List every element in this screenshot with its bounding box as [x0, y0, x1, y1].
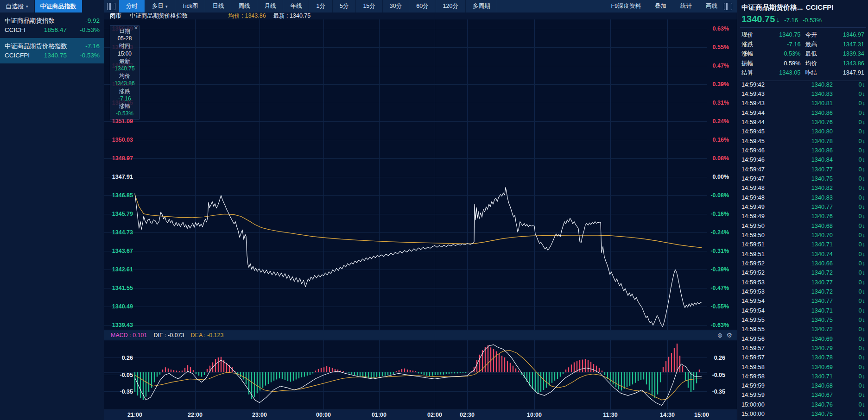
layout-icon[interactable] — [107, 3, 115, 10]
tick-price: 1340.75 — [772, 175, 849, 182]
tick-price: 1340.68 — [772, 222, 849, 229]
watchlist-item-line2: CCICFI1856.47-0.53% — [5, 25, 100, 35]
tab-120分[interactable]: 120分 — [436, 0, 466, 13]
tick-volume: 0↓ — [849, 175, 865, 182]
watchlist-item[interactable]: 中证商品期货价格指数-7.16CCICFPI1340.75-0.53% — [0, 38, 104, 63]
tick-time: 14:59:59 — [741, 391, 772, 398]
tab-1分[interactable]: 1分 — [309, 0, 332, 13]
tick-volume-value: 0 — [858, 326, 862, 332]
price-axis-label: 1339.43 — [112, 322, 133, 328]
tick-time: 14:59:52 — [741, 260, 772, 267]
tab-Tick图[interactable]: Tick图 — [175, 0, 206, 13]
close-icon[interactable]: ⊗ — [717, 332, 723, 339]
tab-label: Tick图 — [182, 2, 198, 10]
tick-volume: 0↓ — [849, 138, 865, 144]
tick-price: 1340.72 — [772, 326, 849, 332]
tick-price: 1340.75 — [772, 410, 849, 417]
tab-label: 15分 — [363, 2, 375, 10]
tick-volume: 0↓ — [849, 316, 865, 323]
tick-volume: 0↓ — [849, 184, 865, 191]
down-arrow-icon: ↓ — [862, 119, 866, 125]
tick-price: 1340.69 — [772, 335, 849, 342]
instrument-name: 中证商品期货价格指数 — [5, 42, 85, 51]
tick-price: 1340.77 — [772, 203, 849, 210]
tick-price: 1340.71 — [772, 307, 849, 314]
tab-多周期[interactable]: 多周期 — [466, 0, 498, 13]
tick-time: 14:59:45 — [741, 128, 772, 135]
tab-favorites[interactable]: 自选股 ▾ — [0, 0, 34, 13]
tick-time: 14:59:48 — [741, 194, 772, 201]
panel-toggle-icon[interactable] — [724, 3, 732, 10]
stat-label: 均价 — [805, 59, 823, 69]
toolbar-action-F9深度资料[interactable]: F9深度资料 — [611, 2, 641, 10]
down-arrow-icon: ↓ — [862, 326, 866, 332]
tab-15分[interactable]: 15分 — [356, 0, 382, 13]
percent-axis-label: 0.55% — [713, 44, 729, 50]
close-icon[interactable]: ✕ — [134, 25, 138, 31]
tick-row: 14:59:551340.750↓ — [737, 315, 868, 324]
tab-分时[interactable]: 分时 — [119, 0, 145, 13]
intraday-chart-canvas[interactable]: 1356.390.63%1355.330.55%1354.270.47%1353… — [104, 19, 737, 420]
tick-volume-value: 0 — [858, 222, 862, 229]
tick-volume-value: 0 — [858, 109, 862, 116]
down-arrow-icon: ↓ — [862, 260, 866, 267]
tick-volume-value: 0 — [858, 156, 862, 163]
tick-row: 14:59:451340.780↓ — [737, 136, 868, 145]
tooltip-value: 1343.86 — [110, 80, 139, 87]
tab-多日[interactable]: 多日▾ — [145, 0, 175, 13]
tick-volume: 0↓ — [849, 401, 865, 408]
quote-percent: -0.53% — [803, 17, 822, 24]
down-arrow-icon: ↓ — [862, 128, 866, 135]
stat-label: 今开 — [805, 30, 823, 40]
toolbar-action-叠加[interactable]: 叠加 — [655, 2, 666, 10]
gear-icon[interactable]: ⚙ — [726, 332, 732, 339]
tab-日线[interactable]: 日线 — [205, 0, 231, 13]
dea-value: DEA : -0.123 — [191, 332, 224, 339]
tick-time: 14:59:49 — [741, 203, 772, 210]
tick-volume-value: 0 — [858, 354, 862, 361]
tick-time: 14:59:58 — [741, 364, 772, 370]
tick-volume-value: 0 — [858, 138, 862, 144]
instrument-code: CCICFPI — [5, 51, 38, 60]
price-axis-label: 1350.03 — [112, 137, 133, 143]
tick-time: 14:59:42 — [741, 81, 772, 88]
tick-volume-value: 0 — [858, 119, 862, 125]
tab-5分[interactable]: 5分 — [333, 0, 356, 13]
percent-axis-label: -0.55% — [710, 303, 729, 310]
tab-30分[interactable]: 30分 — [383, 0, 409, 13]
tick-row: 14:59:491340.760↓ — [737, 212, 868, 221]
last-price-value: 1340.75 — [290, 13, 310, 19]
tick-time: 14:59:51 — [741, 241, 772, 248]
tick-price: 1340.71 — [772, 241, 849, 248]
tab-csi-commodity-index[interactable]: 中证商品指数 — [35, 0, 82, 13]
down-arrow-icon: ↓ — [862, 297, 866, 304]
toolbar-action-画线[interactable]: 画线 — [706, 2, 717, 10]
time-axis-label: 10:00 — [527, 412, 542, 418]
stat-value: -7.16 — [764, 40, 801, 50]
tick-volume: 0↓ — [849, 194, 865, 201]
tab-周线[interactable]: 周线 — [231, 0, 257, 13]
tick-volume-value: 0 — [858, 410, 862, 417]
toolbar-action-统计[interactable]: 统计 — [680, 2, 692, 10]
tab-年线[interactable]: 年线 — [283, 0, 309, 13]
tick-volume: 0↓ — [849, 156, 865, 163]
tick-time: 14:59:47 — [741, 166, 772, 173]
tab-60分[interactable]: 60分 — [409, 0, 436, 13]
tab-label: 分时 — [126, 2, 138, 10]
quote-stats-grid: 现价1340.75今开1346.97涨跌-7.16最高1347.31涨幅-0.5… — [740, 27, 866, 80]
tick-row: 14:59:421340.820↓ — [737, 80, 868, 89]
tab-月线[interactable]: 月线 — [257, 0, 283, 13]
time-axis-label: 02:00 — [427, 412, 442, 418]
watchlist-item[interactable]: 中证商品期货指数-9.92CCICFI1856.47-0.53% — [0, 13, 104, 38]
tick-time: 14:59:57 — [741, 354, 772, 361]
down-arrow-icon: ↓ — [862, 232, 866, 238]
percent-axis-label: -0.47% — [710, 285, 729, 291]
tick-list[interactable]: 14:59:421340.820↓14:59:431340.830↓14:59:… — [737, 80, 868, 420]
tick-volume-value: 0 — [858, 288, 862, 295]
percent-axis-label: 0.24% — [713, 118, 729, 125]
tick-row: 14:59:461340.860↓ — [737, 145, 868, 155]
time-axis-label: 00:00 — [316, 412, 331, 418]
down-arrow-icon: ↓ — [862, 81, 866, 88]
quote-last-price: 1340.75 — [741, 14, 775, 25]
down-arrow-icon: ↓ — [862, 90, 866, 97]
